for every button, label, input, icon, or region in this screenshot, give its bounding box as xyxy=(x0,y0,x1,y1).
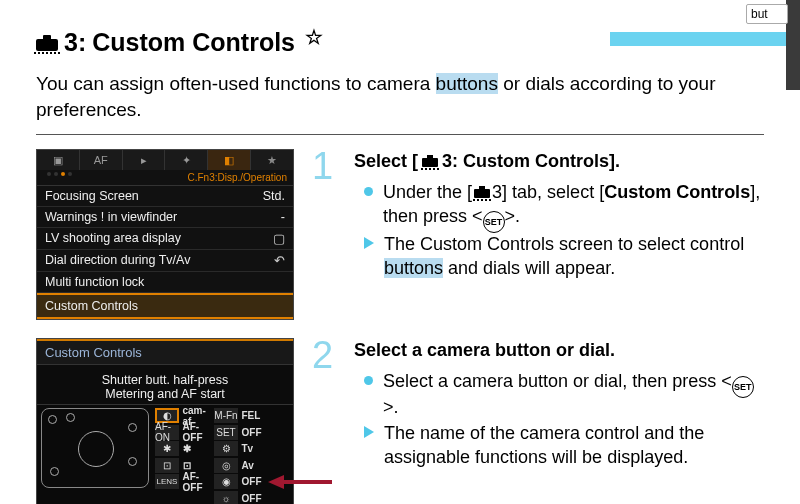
step-number-1: 1 xyxy=(312,147,336,320)
grid-mfn-icon: M-Fn xyxy=(214,408,238,423)
grid-light-icon: ☼ xyxy=(214,491,238,504)
star-icon: ☆ xyxy=(305,25,323,49)
camera-diagram xyxy=(41,408,149,488)
bullet-dot-icon xyxy=(364,187,373,196)
grid-ring-icon: ◉ xyxy=(214,474,238,489)
partial-button[interactable]: but xyxy=(746,4,788,24)
tab-custom: ◧ xyxy=(208,150,251,170)
grid-dot-icon: ⊡ xyxy=(155,458,179,473)
camera-menu-screenshot-1: ▣ AF ▸ ✦ ◧ ★ C.Fn3:Disp./Operation Focus… xyxy=(36,149,294,320)
step-1-title: Select [ 3: Custom Controls]. xyxy=(354,149,764,173)
heading-title: Custom Controls xyxy=(92,28,295,57)
grid-set-icon: SET xyxy=(214,425,238,440)
menu-row-focusing: Focusing ScreenStd. xyxy=(37,186,293,207)
menu-row-custom-controls: Custom Controls xyxy=(37,293,293,319)
bullet-dot-icon xyxy=(364,376,373,385)
tab-af: AF xyxy=(80,150,123,170)
grid-dial1-icon: ⚙ xyxy=(214,441,238,456)
menu-subhead: C.Fn3:Disp./Operation xyxy=(37,170,293,186)
camera-menu-screenshot-2: Custom Controls Shutter butt. half-press… xyxy=(36,338,294,504)
set-button-icon: SET xyxy=(732,376,754,398)
menu-row-lock: Multi function lock xyxy=(37,272,293,293)
set-button-icon: SET xyxy=(483,211,505,233)
camera-glyph-icon xyxy=(422,155,438,167)
tab-wrench: ✦ xyxy=(165,150,208,170)
search-highlight: buttons xyxy=(384,258,443,278)
bullet-triangle-icon xyxy=(364,237,374,249)
camera-icon xyxy=(36,35,58,51)
section-1: ▣ AF ▸ ✦ ◧ ★ C.Fn3:Disp./Operation Focus… xyxy=(36,149,764,320)
grid-dial2-icon: ◎ xyxy=(214,458,238,473)
grid-star-icon: ✱ xyxy=(155,441,179,456)
tab-camera: ▣ xyxy=(37,150,80,170)
cc-header: Custom Controls xyxy=(37,339,293,365)
cc-description: Shutter butt. half-press Metering and AF… xyxy=(37,365,293,405)
divider xyxy=(36,134,764,135)
menu-row-lv: LV shooting area display▢ xyxy=(37,228,293,250)
step-2-bullet-2: The name of the camera control and the a… xyxy=(364,421,764,470)
tab-star: ★ xyxy=(251,150,293,170)
step-2-bullet-1: Select a camera button or dial, then pre… xyxy=(364,369,764,419)
menu-tabs: ▣ AF ▸ ✦ ◧ ★ xyxy=(37,150,293,170)
step-1-bullet-1: Under the [3] tab, select [Custom Contro… xyxy=(364,180,764,230)
search-highlight: buttons xyxy=(436,73,498,94)
intro-text: You can assign often-used functions to c… xyxy=(36,71,764,122)
bullet-triangle-icon xyxy=(364,426,374,438)
grid-afon-icon: AF-ON xyxy=(155,425,179,440)
step-1-bullet-2: The Custom Controls screen to select con… xyxy=(364,232,764,281)
control-mapping-grid: ◐cam-af M-FnFEL AF-ONAF-OFF SETOFF ✱✱ ⚙T… xyxy=(155,408,289,504)
menu-row-warnings: Warnings ! in viewfinder- xyxy=(37,207,293,228)
section-2: Custom Controls Shutter butt. half-press… xyxy=(36,338,764,504)
grid-lens-icon: LENS xyxy=(155,474,179,489)
browser-scrollbar[interactable]: but xyxy=(786,0,800,90)
heading-number: 3: xyxy=(64,28,86,57)
step-2-title: Select a camera button or dial. xyxy=(354,338,764,362)
camera-glyph-icon xyxy=(474,186,490,198)
menu-row-dial: Dial direction during Tv/Av↶ xyxy=(37,250,293,272)
highlight-stripe xyxy=(610,32,800,46)
tab-play: ▸ xyxy=(123,150,166,170)
step-number-2: 2 xyxy=(312,336,336,504)
